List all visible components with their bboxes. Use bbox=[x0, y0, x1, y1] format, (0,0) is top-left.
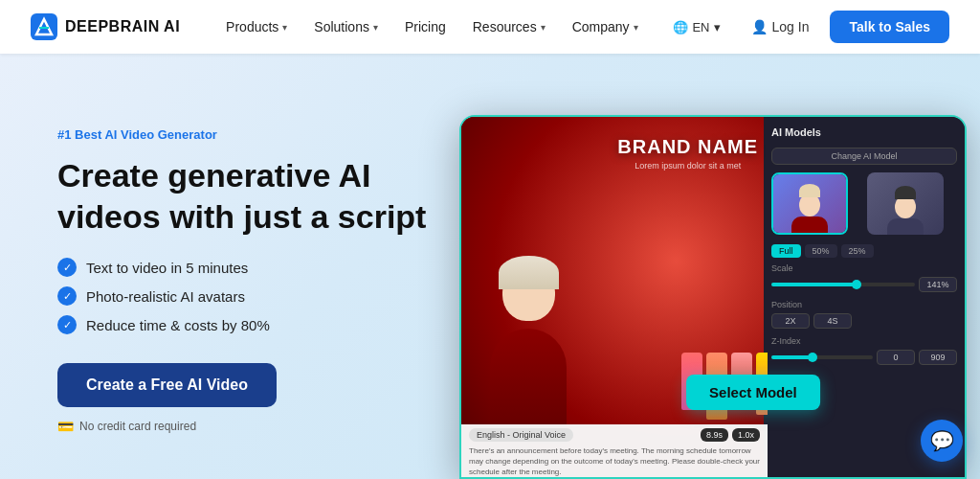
position-x[interactable]: 2X bbox=[771, 313, 810, 329]
avatar-grid bbox=[771, 172, 957, 235]
avatar-hair-1 bbox=[799, 184, 820, 197]
logo[interactable]: DEEPBRAIN AI bbox=[31, 13, 180, 40]
feature-list: ✓ Text to video in 5 minutes ✓ Photo-rea… bbox=[57, 258, 431, 334]
check-icon-1: ✓ bbox=[57, 258, 77, 277]
zindex-section: Z-Index 0 909 bbox=[771, 336, 957, 365]
avatar-figure-2 bbox=[886, 182, 924, 235]
position-row: 2X 4S bbox=[771, 313, 957, 329]
brand-sub-text: Lorem ipsum dolor sit a met bbox=[617, 161, 758, 171]
check-icon-3: ✓ bbox=[57, 315, 77, 334]
video-controls: English - Original Voice 8.9s 1.0x There… bbox=[461, 424, 768, 477]
nav-right: 🌐 EN ▾ 👤 Log In Talk to Sales bbox=[663, 11, 949, 43]
login-button[interactable]: 👤 Log In bbox=[738, 13, 823, 40]
hero-right: BRAND NAME Lorem ipsum dolor sit a met bbox=[459, 82, 967, 479]
logo-icon bbox=[31, 13, 57, 40]
scale-section: Scale 141% bbox=[771, 263, 957, 292]
video-preview: BRAND NAME Lorem ipsum dolor sit a met bbox=[461, 117, 768, 477]
select-model-button[interactable]: Select Model bbox=[686, 375, 820, 410]
tab-full[interactable]: Full bbox=[771, 244, 801, 258]
brand-overlay: BRAND NAME Lorem ipsum dolor sit a met bbox=[617, 136, 758, 171]
user-icon: 👤 bbox=[751, 19, 768, 34]
chevron-down-icon: ▾ bbox=[714, 20, 721, 34]
chat-bubble-button[interactable]: 💬 bbox=[921, 420, 963, 462]
voice-selector[interactable]: English - Original Voice bbox=[469, 428, 573, 442]
create-free-video-button[interactable]: Create a Free AI Video bbox=[57, 363, 277, 407]
chevron-down-icon: ▾ bbox=[634, 22, 638, 33]
scale-row: 141% bbox=[771, 277, 957, 292]
avatar-hair bbox=[499, 256, 559, 289]
controls-top: English - Original Voice 8.9s 1.0x bbox=[469, 428, 760, 442]
nav-products[interactable]: Products ▾ bbox=[214, 13, 299, 40]
svg-rect-2 bbox=[39, 27, 49, 29]
talk-to-sales-button[interactable]: Talk to Sales bbox=[830, 11, 949, 43]
avatar-body-1 bbox=[791, 217, 828, 235]
hero-left: #1 Best AI Video Generator Create genera… bbox=[57, 127, 459, 434]
hero-title: Create generative AIvideos with just a s… bbox=[57, 155, 431, 237]
check-icon-2: ✓ bbox=[57, 286, 77, 306]
zindex-row: 0 909 bbox=[771, 350, 957, 365]
brand-name-overlay: BRAND NAME bbox=[617, 136, 758, 158]
scale-label: Scale bbox=[771, 263, 957, 273]
zindex-val[interactable]: 0 bbox=[877, 350, 915, 365]
zindex-val2[interactable]: 909 bbox=[919, 350, 957, 365]
language-selector[interactable]: 🌐 EN ▾ bbox=[663, 14, 729, 40]
position-label: Position bbox=[771, 300, 957, 309]
time-badges: 8.9s 1.0x bbox=[701, 428, 760, 442]
nav-links: Products ▾ Solutions ▾ Pricing Resources… bbox=[214, 13, 663, 40]
credit-card-icon: 💳 bbox=[57, 419, 74, 434]
tab-25[interactable]: 25% bbox=[841, 244, 874, 258]
avatar-thumb-1[interactable] bbox=[771, 172, 848, 235]
feature-item-1: ✓ Text to video in 5 minutes bbox=[57, 258, 431, 277]
avatar-head bbox=[502, 263, 555, 321]
feature-item-2: ✓ Photo-realistic AI avatars bbox=[57, 286, 431, 306]
zindex-slider[interactable] bbox=[771, 355, 873, 359]
chat-icon: 💬 bbox=[930, 429, 954, 452]
scale-slider[interactable] bbox=[771, 283, 915, 286]
avatar-bg-1 bbox=[773, 174, 846, 233]
zindex-label: Z-Index bbox=[771, 336, 957, 346]
avatar-hair-2 bbox=[895, 186, 916, 199]
avatar-thumb-2[interactable] bbox=[867, 172, 944, 235]
avatar-bg-2 bbox=[867, 172, 944, 235]
feature-item-3: ✓ Reduce time & costs by 80% bbox=[57, 315, 431, 334]
chevron-down-icon: ▾ bbox=[282, 22, 287, 33]
no-credit-card-note: 💳 No credit card required bbox=[57, 419, 431, 434]
avatar-figure-1 bbox=[791, 180, 829, 233]
time-badge-1: 8.9s bbox=[701, 428, 728, 442]
nav-pricing[interactable]: Pricing bbox=[393, 13, 457, 40]
globe-icon: 🌐 bbox=[673, 20, 688, 34]
hero-section: #1 Best AI Video Generator Create genera… bbox=[0, 54, 980, 479]
script-text: There's an announcement before today's m… bbox=[469, 445, 760, 477]
ai-models-label: AI Models bbox=[771, 126, 957, 138]
avatar-person bbox=[480, 271, 576, 424]
avatar-body-2 bbox=[887, 218, 924, 235]
brand-name: DEEPBRAIN AI bbox=[65, 18, 180, 35]
time-badge-2: 1.0x bbox=[732, 428, 760, 442]
position-section: Position 2X 4S bbox=[771, 300, 957, 329]
position-y[interactable]: 4S bbox=[813, 313, 852, 329]
nav-company[interactable]: Company ▾ bbox=[561, 13, 650, 40]
tab-50[interactable]: 50% bbox=[805, 244, 837, 258]
nav-solutions[interactable]: Solutions ▾ bbox=[302, 13, 390, 40]
chevron-down-icon: ▾ bbox=[373, 22, 378, 33]
scale-value[interactable]: 141% bbox=[919, 277, 957, 292]
change-ai-model-button[interactable]: Change AI Model bbox=[771, 148, 957, 165]
panel-tabs: Full 50% 25% bbox=[771, 244, 957, 258]
nav-resources[interactable]: Resources ▾ bbox=[461, 13, 557, 40]
product-window: BRAND NAME Lorem ipsum dolor sit a met bbox=[459, 115, 967, 479]
navbar: DEEPBRAIN AI Products ▾ Solutions ▾ Pric… bbox=[0, 0, 980, 54]
hero-badge: #1 Best AI Video Generator bbox=[57, 127, 431, 142]
chevron-down-icon: ▾ bbox=[541, 22, 546, 33]
